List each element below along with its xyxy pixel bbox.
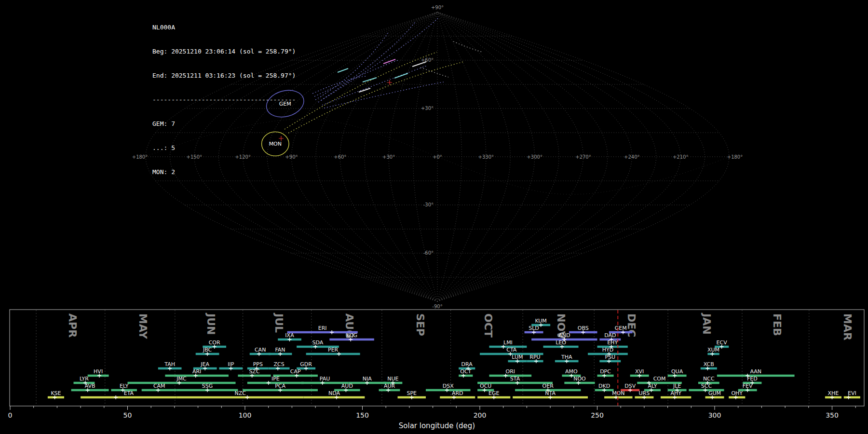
- grid-meridian: [365, 12, 437, 301]
- lat-label: +30°: [421, 106, 434, 111]
- shower-label: OCT: [460, 368, 471, 375]
- shower-label: AHY: [670, 390, 681, 396]
- shower-label: OCU: [480, 383, 491, 389]
- shower-label: ORI: [506, 368, 515, 375]
- shower-label: OBS: [578, 325, 589, 331]
- shower-GUM: GUM: [705, 390, 724, 399]
- axis-tick-label: 350: [826, 411, 839, 419]
- shower-URS: URS: [635, 390, 653, 399]
- month-label-sep: SEP: [414, 313, 426, 336]
- shower-label: URS: [639, 390, 650, 396]
- shower-label: DPC: [600, 368, 611, 375]
- shower-ETA: ETA: [81, 390, 177, 399]
- shower-label: RPU: [529, 354, 540, 360]
- shower-label: KUM: [535, 318, 546, 324]
- shower-THA: THA: [555, 354, 579, 363]
- shower-DSX: DSX: [426, 383, 471, 392]
- shower-label: NZC: [235, 390, 246, 396]
- peak-marker: [330, 330, 334, 334]
- meteor-trail-blue: [322, 66, 427, 105]
- shower-label: NIA: [363, 376, 372, 382]
- axis-tick-label: 150: [356, 411, 369, 419]
- lon-label: +30°: [382, 154, 395, 160]
- shower-NTA: NTA: [513, 390, 588, 399]
- shower-MON: MON: [604, 390, 632, 399]
- lat-label: +60°: [421, 57, 434, 63]
- shower-label: EHY: [607, 339, 618, 346]
- shower-NZC: NZC: [177, 390, 304, 399]
- shower-ARI: ARI: [165, 368, 228, 378]
- shower-KSE: KSE: [48, 390, 64, 399]
- grid-meridian: [437, 12, 705, 301]
- shower-KCG: KCG: [329, 332, 374, 341]
- activity-timeline: APRMAYJUNJULAUGSEPOCTNOVDECJANFEBMARKUME…: [8, 310, 864, 430]
- shower-label: AAN: [750, 368, 761, 375]
- lon-label: +270°: [575, 154, 591, 160]
- meteor-segment: [363, 78, 377, 82]
- shower-ZCS: ZCS: [269, 361, 290, 370]
- shower-DKD: DKD: [595, 383, 614, 392]
- shower-label: JLE: [673, 383, 681, 389]
- month-label-dec: DEC: [625, 313, 637, 337]
- shower-label: CAM: [153, 383, 165, 389]
- shower-label: AND: [558, 332, 570, 339]
- meteor-segment: [338, 68, 348, 72]
- shower-LEO: LEO: [543, 339, 578, 349]
- shower-label: MON: [612, 390, 624, 396]
- x-axis-title: Solar longitude (deg): [399, 421, 475, 430]
- shower-label: OHY: [731, 390, 743, 396]
- shower-label: DKD: [598, 383, 610, 389]
- peak-marker: [267, 381, 271, 385]
- shower-IIP: IIP: [219, 361, 243, 370]
- shower-label: DRA: [461, 361, 473, 367]
- shower-XHE: XHE: [825, 390, 841, 399]
- peak-marker: [245, 395, 249, 399]
- shower-DPC: DPC: [597, 368, 614, 378]
- shower-label: FEV: [743, 383, 753, 389]
- axis-tick-label: 50: [123, 411, 132, 419]
- observation-info: NL000A Beg: 20251210 23:06:14 (sol = 258…: [152, 8, 296, 184]
- axis-tick-label: 250: [591, 411, 604, 419]
- shower-label: CAN: [255, 347, 266, 353]
- shower-label: COR: [209, 339, 220, 346]
- shower-EVI: EVI: [844, 390, 860, 399]
- shower-label: SZC: [249, 368, 260, 375]
- lon-label: +330°: [478, 154, 494, 160]
- shower-label: PCA: [275, 383, 285, 389]
- month-label-oct: OCT: [482, 313, 494, 338]
- meteor-trail-blue: [318, 21, 416, 102]
- lon-label: +0°: [433, 154, 442, 160]
- shower-EGE: EGE: [477, 390, 510, 399]
- shower-CAN: CAN: [250, 347, 271, 356]
- station-id: NL000A: [152, 24, 296, 32]
- lon-label: +300°: [527, 154, 542, 160]
- lon-label: +180°: [132, 154, 148, 160]
- count-gem: GEM: 7: [152, 120, 296, 128]
- shower-IXA: IXA: [278, 332, 301, 341]
- shower-label: ARD: [452, 390, 463, 396]
- shower-label: IXA: [285, 332, 294, 339]
- shower-label: GEM: [615, 325, 627, 331]
- shower-label: XVI: [635, 368, 644, 375]
- meteor-segment: [359, 88, 370, 92]
- shower-label: JBC: [203, 347, 212, 353]
- begin-time: Beg: 20251210 23:06:14 (sol = 258.79°): [152, 48, 296, 56]
- shower-FAN: FAN: [269, 347, 292, 356]
- month-label-apr: APR: [67, 313, 79, 338]
- count-sporadic: ...: 5: [152, 144, 296, 152]
- shower-label: SSG: [202, 383, 213, 389]
- meteor-segment: [394, 73, 408, 78]
- shower-label: FED: [747, 376, 758, 382]
- shower-label: GUM: [708, 390, 721, 396]
- shower-label: PPS: [253, 361, 263, 367]
- lon-label: +240°: [624, 154, 639, 160]
- month-label-may: MAY: [137, 313, 149, 339]
- shower-NDA: NDA: [304, 390, 365, 399]
- shower-label: PER: [328, 347, 339, 353]
- lat-label: -30°: [423, 202, 434, 207]
- shower-label: IPE: [271, 376, 280, 382]
- shower-OHY: OHY: [729, 390, 745, 399]
- shower-label: KCG: [346, 332, 357, 339]
- shower-label: XUM: [707, 347, 719, 353]
- shower-label: AMO: [565, 368, 578, 375]
